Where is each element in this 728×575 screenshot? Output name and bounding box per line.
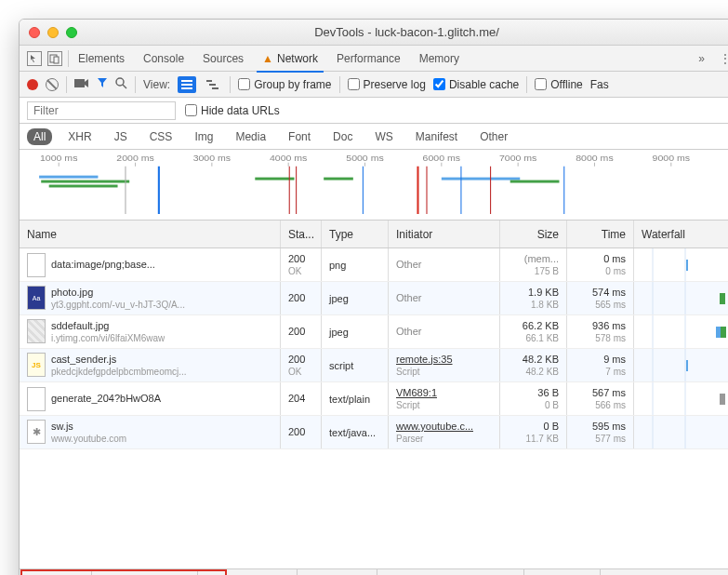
summary-load: Load: 5.34 s — [524, 569, 601, 575]
svg-rect-1 — [54, 57, 59, 63]
large-rows-icon[interactable] — [178, 76, 196, 93]
svg-text:4000 ms: 4000 ms — [270, 153, 307, 163]
close-icon[interactable] — [29, 27, 40, 38]
svg-text:5000 ms: 5000 ms — [346, 153, 383, 163]
tab-memory[interactable]: Memory — [410, 46, 469, 72]
svg-rect-7 — [212, 87, 218, 89]
disable-cache-checkbox[interactable]: Disable cache — [433, 78, 519, 91]
filter-bar: Hide data URLs — [20, 98, 728, 124]
initiator-link[interactable]: remote.js:35 — [396, 354, 453, 365]
filter-icon[interactable] — [97, 77, 108, 91]
summary-dcl: DOMContentLoaded: 1.89 s — [377, 569, 524, 575]
tab-elements[interactable]: Elements — [69, 46, 134, 72]
svg-text:6000 ms: 6000 ms — [423, 153, 460, 163]
file-icon — [27, 387, 46, 411]
camera-icon[interactable] — [74, 77, 89, 91]
type-filter-doc[interactable]: Doc — [326, 128, 359, 145]
settings-menu-icon[interactable]: ⋮ — [712, 52, 728, 65]
type-filter-media[interactable]: Media — [229, 128, 272, 145]
col-initiator[interactable]: Initiator — [389, 221, 500, 247]
request-name: sddefault.jpg — [51, 319, 165, 332]
maximize-icon[interactable] — [66, 27, 77, 38]
offline-checkbox[interactable]: Offline — [535, 78, 582, 91]
request-host: i.ytimg.com/vi/6lfaiXM6waw — [51, 332, 165, 344]
view-label: View: — [143, 78, 170, 91]
type-filter-row: AllXHRJSCSSImgMediaFontDocWSManifestOthe… — [20, 124, 728, 150]
table-row[interactable]: sddefault.jpgi.ytimg.com/vi/6lfaiXM6waw2… — [20, 315, 728, 349]
svg-text:9000 ms: 9000 ms — [653, 153, 690, 163]
svg-rect-29 — [255, 178, 294, 181]
titlebar: DevTools - luck-bacon-1.glitch.me/ — [20, 20, 728, 46]
group-by-frame-checkbox[interactable]: Group by frame — [238, 78, 331, 91]
device-toolbar-icon[interactable] — [47, 51, 62, 66]
col-time[interactable]: Time — [567, 221, 634, 247]
type-filter-manifest[interactable]: Manifest — [409, 128, 464, 145]
type-filter-img[interactable]: Img — [188, 128, 219, 145]
svg-rect-32 — [510, 181, 560, 183]
table-row[interactable]: sw.jswww.youtube.com200text/java...www.y… — [20, 416, 728, 449]
clear-icon[interactable] — [46, 78, 59, 91]
summary-requests: 28 requests — [20, 569, 92, 575]
type-filter-other[interactable]: Other — [473, 128, 514, 145]
svg-rect-5 — [206, 80, 212, 82]
svg-rect-26 — [39, 176, 98, 179]
svg-rect-51 — [716, 327, 721, 338]
type-filter-xhr[interactable]: XHR — [61, 128, 98, 145]
svg-rect-27 — [41, 181, 129, 183]
svg-rect-48 — [720, 293, 725, 304]
table-row[interactable]: generate_204?bHwO8A204text/plainVM689:1S… — [20, 382, 728, 416]
file-icon: JS — [27, 353, 46, 377]
initiator-link[interactable]: VM689:1 — [396, 387, 437, 398]
col-size[interactable]: Size — [500, 221, 567, 247]
table-row[interactable]: JScast_sender.jspkedcjkdefgpdelpbcmbmeom… — [20, 349, 728, 382]
type-filter-font[interactable]: Font — [282, 128, 317, 145]
inspect-element-icon[interactable] — [27, 51, 42, 66]
panel-tabs: Elements Console Sources ▲Network Perfor… — [20, 46, 728, 72]
request-table: data:image/png;base...200OKpngOther(mem.… — [20, 248, 728, 568]
svg-text:1000 ms: 1000 ms — [40, 153, 77, 163]
type-filter-css[interactable]: CSS — [143, 128, 179, 145]
type-filter-all[interactable]: All — [27, 128, 52, 145]
summary-resources: 2.7 MB resources — [198, 569, 298, 575]
filter-input[interactable] — [27, 101, 176, 120]
tab-sources[interactable]: Sources — [193, 46, 253, 72]
svg-rect-30 — [324, 178, 353, 181]
tab-network[interactable]: ▲Network — [253, 46, 327, 72]
waterfall-view-icon[interactable] — [204, 76, 222, 93]
type-filter-ws[interactable]: WS — [368, 128, 399, 145]
table-header: Name Sta... Type Initiator Size Time Wat… — [20, 221, 728, 248]
initiator-link[interactable]: www.youtube.c... — [396, 421, 473, 432]
svg-rect-2 — [74, 79, 85, 87]
svg-rect-58 — [720, 394, 725, 405]
table-row[interactable]: data:image/png;base...200OKpngOther(mem.… — [20, 248, 728, 282]
svg-point-3 — [116, 78, 124, 86]
summary-bar: 28 requests 897 KB transferred 2.7 MB re… — [20, 568, 728, 575]
hide-data-urls-checkbox[interactable]: Hide data URLs — [185, 104, 280, 117]
record-icon[interactable] — [27, 79, 38, 90]
col-name[interactable]: Name — [20, 221, 281, 247]
col-type[interactable]: Type — [322, 221, 389, 247]
col-status[interactable]: Sta... — [281, 221, 322, 247]
svg-text:2000 ms: 2000 ms — [116, 153, 153, 163]
summary-transferred: 897 KB transferred — [92, 569, 197, 575]
svg-rect-6 — [209, 84, 216, 86]
file-icon: Aa — [27, 286, 46, 310]
col-waterfall[interactable]: Waterfall▲ — [634, 221, 728, 247]
overview-timeline[interactable]: 1000 ms2000 ms3000 ms4000 ms5000 ms6000 … — [20, 150, 728, 221]
svg-rect-52 — [721, 327, 726, 338]
search-icon[interactable] — [115, 77, 127, 92]
table-row[interactable]: Aaphoto.jpgyt3.ggpht.com/-vu_v-hJT-3Q/A.… — [20, 282, 728, 315]
svg-rect-28 — [49, 185, 118, 188]
tab-console[interactable]: Console — [134, 46, 193, 72]
minimize-icon[interactable] — [47, 27, 59, 38]
throttling-label[interactable]: Fas — [590, 78, 609, 91]
type-filter-js[interactable]: JS — [108, 128, 134, 145]
tab-performance[interactable]: Performance — [327, 46, 410, 72]
more-tabs-icon[interactable]: » — [691, 52, 712, 65]
warning-icon: ▲ — [262, 52, 273, 65]
request-name: generate_204?bHwO8A — [51, 392, 161, 405]
window-title: DevTools - luck-bacon-1.glitch.me/ — [77, 25, 728, 39]
preserve-log-checkbox[interactable]: Preserve log — [348, 78, 426, 91]
file-icon — [27, 420, 46, 444]
svg-text:7000 ms: 7000 ms — [499, 153, 536, 163]
